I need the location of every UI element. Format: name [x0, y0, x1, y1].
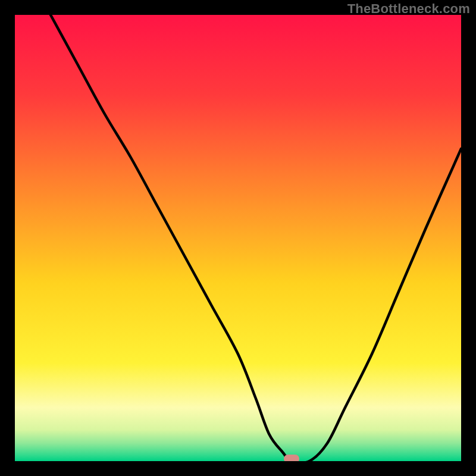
optimal-marker — [284, 455, 299, 461]
plot-area — [15, 15, 461, 461]
chart-frame: TheBottleneck.com — [0, 0, 476, 476]
bottleneck-curve — [15, 15, 461, 461]
